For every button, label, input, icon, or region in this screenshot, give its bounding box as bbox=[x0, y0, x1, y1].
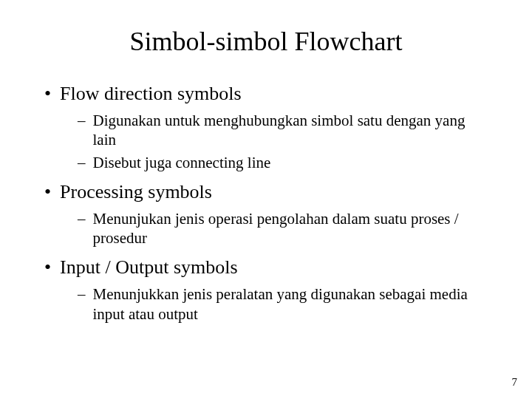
sub-item: – Digunakan untuk menghubungkan simbol s… bbox=[78, 111, 495, 150]
sub-text: Menunjukkan jenis peralatan yang digunak… bbox=[93, 284, 492, 324]
dash-icon: – bbox=[78, 111, 86, 130]
bullet-item: • Flow direction symbols bbox=[44, 83, 495, 105]
page-number: 7 bbox=[512, 376, 518, 389]
dash-icon: – bbox=[78, 153, 86, 172]
dash-icon: – bbox=[78, 209, 86, 228]
bullet-icon: • bbox=[44, 83, 51, 105]
bullet-icon: • bbox=[44, 256, 51, 279]
bullet-heading: Flow direction symbols bbox=[60, 83, 242, 105]
sub-text: Disebut juga connecting line bbox=[93, 153, 271, 172]
sub-text: Menunjukan jenis operasi pengolahan dala… bbox=[93, 209, 492, 248]
sub-list: – Menunjukan jenis operasi pengolahan da… bbox=[44, 209, 495, 248]
bullet-heading: Input / Output symbols bbox=[60, 256, 238, 279]
bullet-item: • Input / Output symbols bbox=[44, 256, 495, 279]
sub-item: – Menunjukkan jenis peralatan yang digun… bbox=[78, 284, 495, 324]
bullet-icon: • bbox=[44, 181, 51, 203]
sub-item: – Menunjukan jenis operasi pengolahan da… bbox=[78, 209, 495, 248]
dash-icon: – bbox=[78, 284, 86, 304]
bullet-item: • Processing symbols bbox=[44, 181, 495, 203]
sub-list: – Menunjukkan jenis peralatan yang digun… bbox=[44, 284, 495, 324]
slide-title: Simbol-simbol Flowchart bbox=[37, 26, 495, 57]
sub-item: – Disebut juga connecting line bbox=[78, 153, 495, 172]
sub-text: Digunakan untuk menghubungkan simbol sat… bbox=[93, 111, 492, 150]
sub-list: – Digunakan untuk menghubungkan simbol s… bbox=[44, 111, 495, 172]
slide-content: • Flow direction symbols – Digunakan unt… bbox=[37, 83, 495, 324]
bullet-heading: Processing symbols bbox=[60, 181, 212, 203]
